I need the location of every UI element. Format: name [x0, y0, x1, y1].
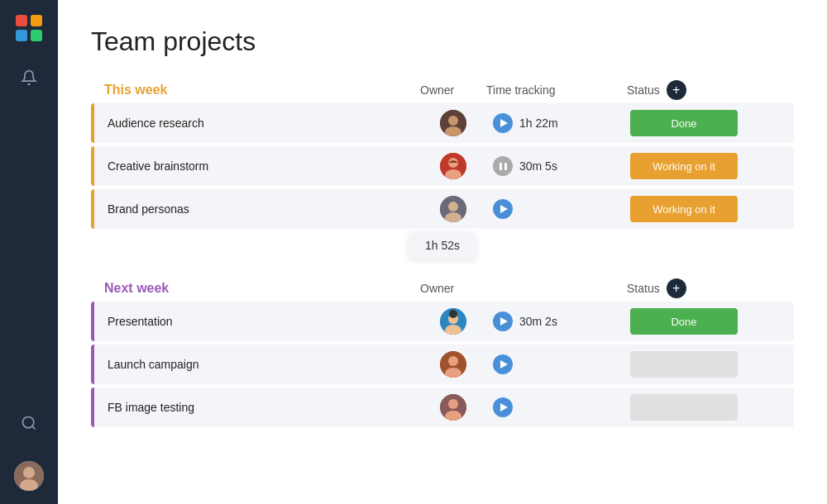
row-border-purple	[91, 388, 94, 427]
status-badge[interactable]: Working on it	[630, 196, 738, 222]
app-logo[interactable]	[14, 13, 44, 43]
add-this-week-button[interactable]: +	[667, 80, 686, 100]
status-badge[interactable]: Done	[630, 308, 738, 335]
owner-cell	[420, 196, 486, 222]
task-name: Brand personas	[108, 202, 189, 216]
row-border-purple	[91, 302, 94, 341]
page-title: Team projects	[91, 26, 794, 57]
svg-point-7	[23, 467, 35, 478]
owner-cell	[420, 394, 486, 421]
table-row: Brand personas Working on it	[91, 189, 794, 229]
table-row: Launch campaign	[91, 345, 794, 384]
main-content: Team projects This week Owner Time track…	[58, 0, 827, 504]
owner-cell	[420, 308, 486, 335]
status-col-header: Status +	[627, 278, 767, 298]
avatar	[440, 394, 466, 421]
time-value: 30m 2s	[519, 315, 557, 328]
avatar	[440, 110, 466, 136]
time-tooltip: 1h 52s	[409, 232, 476, 259]
owner-cell	[420, 153, 486, 179]
status-badge[interactable]: Done	[630, 110, 738, 136]
search-icon[interactable]	[14, 408, 44, 438]
avatar	[440, 308, 466, 335]
task-name-cell: Brand personas	[91, 202, 420, 216]
section-title-this-week: This week	[91, 83, 420, 97]
svg-point-26	[448, 399, 458, 409]
task-name-cell: Launch campaign	[91, 358, 420, 371]
play-button[interactable]	[493, 113, 513, 133]
sidebar-bottom	[14, 408, 44, 491]
task-name: FB image testing	[108, 401, 194, 414]
add-next-week-button[interactable]: +	[667, 278, 686, 298]
time-cell: 1h 22m	[486, 113, 627, 133]
owner-col-header: Owner	[420, 282, 486, 295]
table-row: Presentation 30m 2s Done	[91, 302, 794, 341]
time-cell	[486, 397, 627, 417]
row-border-orange	[91, 189, 94, 229]
status-badge[interactable]: Working on it	[630, 153, 738, 179]
play-button[interactable]	[493, 311, 513, 331]
task-name-cell: FB image testing	[91, 401, 420, 414]
status-col-header: Status +	[627, 80, 767, 100]
owner-cell	[420, 351, 486, 378]
avatar	[440, 196, 466, 222]
time-col-header: Time tracking	[486, 83, 627, 97]
task-name-cell: Audience research	[91, 116, 420, 130]
svg-point-23	[448, 356, 458, 366]
svg-point-16	[448, 202, 458, 212]
avatar	[440, 153, 466, 179]
table-row: Creative brainstorm 30m 5s	[91, 146, 794, 186]
notifications-icon[interactable]	[14, 63, 44, 93]
svg-line-5	[32, 426, 36, 430]
svg-rect-2	[16, 30, 27, 41]
row-border-orange	[91, 103, 94, 143]
time-cell	[486, 354, 627, 374]
task-name-cell: Presentation	[91, 315, 420, 328]
svg-point-10	[448, 116, 458, 126]
user-avatar[interactable]	[14, 461, 44, 491]
task-name: Presentation	[108, 315, 173, 328]
section-title-next-week: Next week	[91, 281, 420, 296]
time-value: 1h 22m	[519, 116, 558, 130]
this-week-headers: This week Owner Time tracking Status +	[91, 80, 794, 103]
time-value: 30m 5s	[519, 159, 557, 173]
status-cell	[627, 394, 767, 421]
task-name: Audience research	[108, 116, 204, 130]
task-name: Launch campaign	[108, 358, 199, 371]
status-cell: Done	[627, 110, 767, 136]
task-name-cell: Creative brainstorm	[91, 159, 420, 173]
svg-rect-1	[31, 15, 42, 26]
table-row: Audience research 1h 22m Done	[91, 103, 794, 143]
row-border-orange	[91, 146, 94, 186]
row-border-purple	[91, 345, 94, 384]
table-row: FB image testing	[91, 388, 794, 427]
status-cell: Done	[627, 308, 767, 335]
play-button[interactable]	[493, 397, 513, 417]
time-cell	[486, 199, 627, 219]
svg-point-4	[23, 417, 34, 428]
owner-cell	[420, 110, 486, 136]
status-cell: Working on it	[627, 153, 767, 179]
time-cell: 30m 2s	[486, 311, 627, 331]
pause-button[interactable]	[493, 156, 513, 176]
tooltip-row: 1h 52s	[91, 232, 794, 259]
status-badge[interactable]	[630, 394, 738, 421]
avatar	[440, 351, 466, 378]
next-week-section: Next week Owner Status + Presentation	[91, 278, 794, 427]
owner-col-header: Owner	[420, 83, 486, 97]
svg-rect-3	[31, 30, 42, 41]
next-week-headers: Next week Owner Status +	[91, 278, 794, 302]
status-badge[interactable]	[630, 351, 738, 378]
this-week-section: This week Owner Time tracking Status + A…	[91, 80, 794, 259]
status-cell	[627, 351, 767, 378]
status-cell: Working on it	[627, 196, 767, 222]
svg-point-21	[449, 310, 457, 318]
time-cell: 30m 5s	[486, 156, 627, 176]
svg-rect-0	[16, 15, 27, 26]
play-button[interactable]	[493, 199, 513, 219]
task-name: Creative brainstorm	[108, 159, 208, 173]
sidebar	[0, 0, 58, 504]
play-button[interactable]	[493, 354, 513, 374]
